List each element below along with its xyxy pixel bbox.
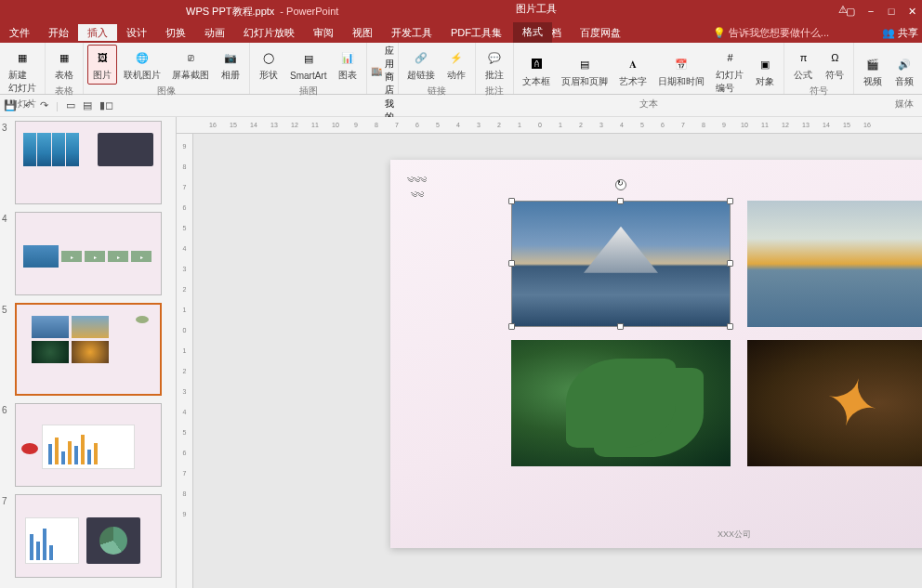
resize-handle[interactable]	[508, 198, 515, 204]
ribbon-文本框[interactable]: 🅰文本框	[518, 51, 555, 91]
group-label-表格: 表格	[55, 85, 73, 98]
quick-access-toolbar: 💾 ↶ ↷ | ▭ ▤ ▮◻	[0, 95, 922, 117]
tab-插入[interactable]: 插入	[78, 24, 117, 41]
slide-edit-area[interactable]: 1615141312111098765432101234567891011121…	[177, 117, 922, 588]
tab-百度网盘[interactable]: 百度网盘	[571, 24, 630, 41]
thumb-number: 5	[2, 303, 13, 396]
ribbon-屏幕截图[interactable]: ⎚屏幕截图	[167, 45, 214, 85]
start-from-beginning-icon[interactable]: ▮◻	[99, 99, 113, 111]
horizontal-ruler: 1615141312111098765432101234567891011121…	[177, 117, 922, 134]
group-label-批注: 批注	[485, 85, 504, 98]
slide-thumbnail-4[interactable]: ▸▸▸▸	[15, 212, 162, 295]
image-maple-leaf[interactable]	[747, 340, 922, 466]
share-button[interactable]: 👥 共享	[882, 26, 918, 40]
document-filename: WPS PPT教程.pptx	[186, 5, 274, 19]
tab-开始[interactable]: 开始	[39, 24, 78, 41]
vertical-ruler: 9876543210123456789	[177, 134, 193, 588]
save-icon[interactable]: 💾	[4, 99, 17, 111]
main-area: 3 4 ▸▸▸▸ 5 6	[0, 117, 922, 588]
slide-thumbnail-6[interactable]	[15, 403, 162, 487]
thumb-number: 7	[2, 494, 13, 578]
resize-handle[interactable]	[727, 198, 733, 204]
minimize-icon[interactable]: −	[861, 0, 881, 22]
tab-设计[interactable]: 设计	[117, 24, 156, 41]
image-mountain-fuji[interactable]	[511, 201, 731, 327]
slide-canvas[interactable]: ༄ ༄ ༄ ༄ ༄	[390, 160, 922, 548]
ribbon-图片[interactable]: 🖼图片	[87, 45, 117, 85]
ribbon-新建幻灯片[interactable]: ▦新建幻灯片	[4, 45, 41, 98]
resize-handle[interactable]	[617, 198, 624, 204]
ribbon-页眉和页脚[interactable]: ▤页眉和页脚	[557, 51, 612, 91]
ribbon-艺术字[interactable]: 𝐀艺术字	[614, 51, 652, 91]
ribbon-音频[interactable]: 🔊音频	[889, 51, 919, 91]
thumb-number: 6	[2, 403, 13, 487]
ribbon-表格[interactable]: ▦表格	[49, 45, 79, 85]
ribbon-公式[interactable]: π公式	[788, 45, 818, 85]
maximize-icon[interactable]: □	[881, 0, 902, 22]
rotation-handle[interactable]	[615, 179, 626, 190]
close-icon[interactable]: ✕	[902, 0, 922, 22]
resize-handle[interactable]	[727, 260, 733, 267]
ribbon-日期和时间[interactable]: 📅日期和时间	[653, 51, 709, 91]
qat-extra-2[interactable]: ▤	[83, 99, 92, 111]
slide-thumbnail-3[interactable]	[15, 121, 162, 204]
group-label-图像: 图像	[157, 85, 176, 98]
resize-handle[interactable]	[727, 323, 733, 330]
ribbon-超链接[interactable]: 🔗超链接	[402, 45, 440, 85]
tab-切换[interactable]: 切换	[156, 24, 195, 41]
contextual-tab-title: 图片工具	[516, 2, 557, 16]
slide-thumbnail-panel[interactable]: 3 4 ▸▸▸▸ 5 6	[0, 117, 177, 588]
ribbon-视频[interactable]: 🎬视频	[858, 51, 888, 91]
app-name: - PowerPoint	[280, 6, 338, 17]
ribbon-批注[interactable]: 💬批注	[480, 45, 509, 85]
title-bar: WPS PPT教程.pptx - PowerPoint 图片工具 ⚠ ▢ − □…	[0, 0, 922, 22]
ribbon-options-icon[interactable]: ▢	[840, 0, 861, 22]
tab-幻灯片放映[interactable]: 幻灯片放映	[234, 24, 304, 41]
ribbon-图表[interactable]: 📊图表	[333, 45, 362, 85]
image-green-leaves[interactable]	[511, 340, 731, 466]
tab-视图[interactable]: 视图	[343, 24, 382, 41]
thumb-number: 3	[2, 121, 13, 204]
ribbon-对象[interactable]: ▣对象	[750, 51, 780, 91]
resize-handle[interactable]	[508, 260, 515, 267]
ribbon-形状[interactable]: ◯形状	[254, 45, 283, 85]
tab-动画[interactable]: 动画	[195, 24, 234, 41]
slide-footer-text: XXX公司	[390, 529, 922, 541]
tab-文件[interactable]: 文件	[0, 24, 39, 41]
tab-PDF工具集[interactable]: PDF工具集	[441, 24, 511, 41]
group-label-媒体: 媒体	[895, 98, 914, 111]
group-label-链接: 链接	[428, 85, 446, 98]
ribbon-符号[interactable]: Ω符号	[820, 45, 850, 85]
ribbon-应用商店[interactable]: 🏬应用商店	[371, 45, 394, 97]
ribbon-相册[interactable]: 📷相册	[216, 45, 245, 85]
slide-thumbnail-5[interactable]	[15, 303, 162, 396]
group-label-文本: 文本	[639, 98, 658, 111]
thumb-number: 4	[2, 212, 13, 295]
tab-开发工具[interactable]: 开发工具	[382, 24, 441, 41]
qat-extra-1[interactable]: ▭	[66, 99, 75, 111]
redo-button[interactable]: ↷	[40, 99, 48, 111]
ribbon-联机图片[interactable]: 🌐联机图片	[119, 45, 165, 85]
image-autumn-lake[interactable]	[747, 201, 922, 327]
slide-thumbnail-7[interactable]	[15, 494, 162, 578]
tab-format-contextual[interactable]: 格式	[513, 22, 552, 43]
group-label-符号: 符号	[810, 85, 828, 98]
menu-bar: 文件开始插入设计切换动画幻灯片放映审阅视图开发工具PDF工具集金山文档百度网盘 …	[0, 22, 922, 43]
ribbon-动作[interactable]: ⚡动作	[441, 45, 471, 85]
group-label-插图: 插图	[299, 85, 318, 98]
resize-handle[interactable]	[508, 323, 515, 330]
ribbon-SmartArt[interactable]: ▤SmartArt	[285, 46, 331, 84]
undo-button[interactable]: ↶	[24, 99, 33, 111]
birds-decoration: ༄ ༄ ༄ ༄ ༄	[407, 173, 425, 203]
tab-审阅[interactable]: 审阅	[304, 24, 343, 41]
ribbon-幻灯片编号[interactable]: #幻灯片编号	[711, 45, 748, 98]
resize-handle[interactable]	[617, 323, 624, 330]
ribbon: ▦新建幻灯片幻灯片▦表格表格🖼图片🌐联机图片⎚屏幕截图📷相册图像◯形状▤Smar…	[0, 43, 922, 95]
